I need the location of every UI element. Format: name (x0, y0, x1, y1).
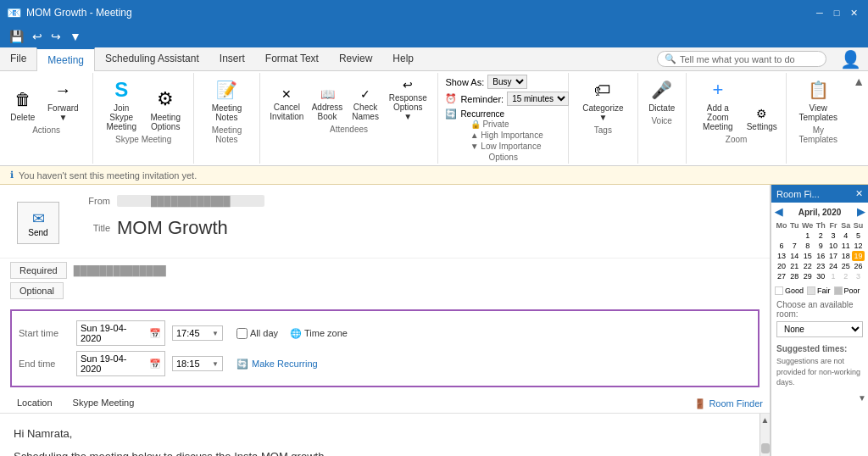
maximize-button[interactable]: □ (829, 5, 844, 20)
tell-me-bar[interactable]: 🔍 Tell me what you want to do (657, 51, 826, 67)
cal-day[interactable] (775, 231, 788, 241)
end-date-input[interactable]: Sun 19-04-2020 📅 (76, 351, 165, 376)
cal-day-today[interactable]: 19 (852, 251, 865, 261)
check-names-button[interactable]: ✓ CheckNames (348, 84, 383, 123)
meeting-notes-button[interactable]: 📝 MeetingNotes (209, 75, 246, 124)
undo-quick-btn[interactable]: ↩ (30, 28, 45, 45)
cal-day[interactable]: 26 (852, 261, 865, 271)
response-options-button[interactable]: ↩ ResponseOptions ▼ (385, 75, 431, 123)
meeting-options-label: MeetingOptions (150, 113, 181, 131)
show-as-dropdown[interactable]: Busy (487, 75, 527, 89)
all-day-check[interactable]: All day (236, 328, 278, 339)
cal-day[interactable]: 10 (827, 241, 840, 251)
prev-month-btn[interactable]: ◀ (775, 206, 782, 218)
dictate-button[interactable]: 🎤 Dictate (645, 75, 679, 114)
cal-day[interactable]: 17 (827, 251, 840, 261)
cal-day[interactable]: 18 (839, 251, 852, 261)
end-time-input[interactable]: 18:15 ▼ (172, 356, 223, 371)
cal-day[interactable]: 14 (788, 251, 801, 261)
start-date-input[interactable]: Sun 19-04-2020 📅 (76, 320, 165, 346)
make-recurring-button[interactable]: 🔄 Make Recurring (236, 359, 318, 370)
start-time-input[interactable]: 17:45 ▼ (172, 325, 223, 341)
all-day-checkbox[interactable] (236, 328, 248, 339)
tab-location[interactable]: Location (7, 394, 63, 413)
required-field[interactable]: ██████████████ (67, 265, 760, 275)
cancel-invitation-button[interactable]: ✕ CancelInvitation (267, 84, 307, 123)
tab-review[interactable]: Review (329, 47, 382, 70)
cal-day[interactable]: 2 (839, 271, 852, 281)
scroll-thumb[interactable] (761, 443, 770, 453)
cal-day[interactable]: 20 (775, 261, 788, 271)
categorize-button[interactable]: 🏷 Categorize ▼ (576, 75, 631, 124)
cal-day[interactable]: 12 (852, 241, 865, 251)
tab-scheduling[interactable]: Scheduling Assistant (95, 47, 209, 70)
cal-day[interactable]: 1 (801, 231, 815, 241)
room-finder-button[interactable]: 🚪 Room Finder (694, 398, 763, 409)
email-scrollbar[interactable]: ▲ ▼ (760, 414, 770, 456)
more-quick-btn[interactable]: ▼ (67, 28, 84, 45)
room-finder-title: Room Fi... (776, 189, 820, 199)
tab-help[interactable]: Help (382, 47, 424, 70)
cal-day[interactable]: 21 (788, 261, 801, 271)
email-body[interactable]: Hi Namrata, Scheduling the meeting below… (0, 414, 760, 456)
tab-file[interactable]: File (0, 47, 36, 70)
view-templates-button[interactable]: 📋 ViewTemplates (796, 75, 842, 124)
cal-day[interactable]: 25 (839, 261, 852, 271)
optional-button[interactable]: Optional (10, 282, 64, 299)
cal-day[interactable]: 24 (827, 261, 840, 271)
cal-day[interactable]: 15 (801, 251, 815, 261)
forward-button[interactable]: → Forward ▼ (41, 75, 86, 124)
email-compose-area: ✉ Send From ████████████ Title MOM Growt… (0, 185, 771, 456)
close-button[interactable]: ✕ (846, 5, 861, 20)
cal-day[interactable]: 29 (801, 271, 815, 281)
meeting-options-button[interactable]: ⚙ MeetingOptions (144, 84, 186, 133)
scroll-down-panel[interactable]: ▼ (858, 393, 866, 403)
cal-day[interactable]: 9 (815, 241, 827, 251)
room-dropdown[interactable]: None (776, 321, 863, 337)
zoom-settings-button[interactable]: ⚙ Settings (744, 103, 779, 133)
required-button[interactable]: Required (10, 262, 67, 279)
cal-day[interactable]: 7 (788, 241, 801, 251)
cal-day[interactable]: 28 (788, 271, 801, 281)
cal-day[interactable]: 6 (775, 241, 788, 251)
add-zoom-button[interactable]: + Add a ZoomMeeting (693, 75, 743, 133)
private-option: 🔒 Private (470, 120, 543, 129)
voice-label: Voice (651, 116, 671, 125)
tab-format-text[interactable]: Format Text (255, 47, 329, 70)
send-button[interactable]: ✉ Send (17, 202, 59, 244)
window-controls[interactable]: ─ □ ✕ (812, 5, 861, 20)
address-book-button[interactable]: 📖 AddressBook (309, 84, 346, 123)
cal-day[interactable]: 16 (815, 251, 827, 261)
cal-day[interactable]: 5 (852, 231, 865, 241)
join-skype-button[interactable]: S Join SkypeMeeting (100, 75, 142, 133)
minimize-button[interactable]: ─ (812, 5, 827, 20)
cal-day[interactable]: 22 (801, 261, 815, 271)
cal-day[interactable]: 23 (815, 261, 827, 271)
tab-insert[interactable]: Insert (209, 47, 255, 70)
panel-scroll[interactable]: ▼ (771, 392, 868, 404)
cal-day[interactable]: 13 (775, 251, 788, 261)
delete-button[interactable]: 🗑 Delete (7, 84, 39, 124)
save-quick-btn[interactable]: 💾 (7, 28, 26, 45)
scroll-up-btn[interactable]: ▲ (760, 414, 770, 426)
cal-day[interactable]: 3 (852, 271, 865, 281)
tab-meeting[interactable]: Meeting (36, 47, 95, 71)
all-day-label: All day (250, 328, 278, 338)
cal-day[interactable]: 11 (839, 241, 852, 251)
redo-quick-btn[interactable]: ↪ (48, 28, 64, 45)
reminder-dropdown[interactable]: 15 minutes (507, 92, 569, 106)
cal-day[interactable]: 30 (815, 271, 827, 281)
next-month-btn[interactable]: ▶ (857, 206, 865, 218)
cal-day[interactable]: 3 (827, 231, 840, 241)
dictate-label: Dictate (648, 103, 675, 113)
cal-day[interactable]: 27 (775, 271, 788, 281)
tab-skype-meeting[interactable]: Skype Meeting (63, 394, 145, 413)
cal-day[interactable]: 2 (815, 231, 827, 241)
account-icon[interactable]: 👤 (840, 49, 861, 70)
cal-day[interactable]: 8 (801, 241, 815, 251)
cal-day[interactable]: 4 (839, 231, 852, 241)
ribbon-collapse-btn[interactable]: ▲ (853, 75, 865, 88)
room-finder-close-icon[interactable]: ✕ (855, 188, 863, 199)
cal-day[interactable]: 1 (827, 271, 840, 281)
cal-day[interactable] (788, 231, 801, 241)
